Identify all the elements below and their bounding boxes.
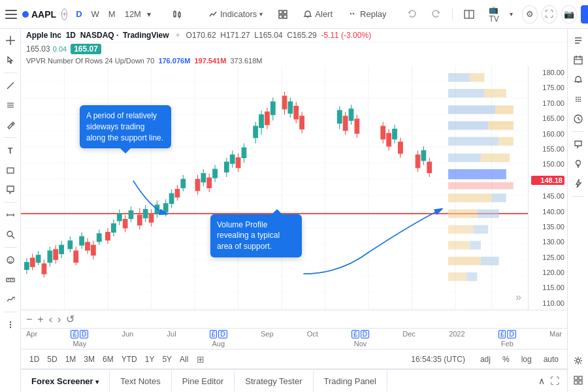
pct-option[interactable]: % [499, 353, 513, 365]
fullscreen-button[interactable]: ⛶ [542, 5, 557, 24]
idea-button[interactable] [569, 155, 587, 173]
svg-rect-127 [282, 96, 287, 109]
clock-icon [574, 114, 583, 123]
indicators-button[interactable]: Indicators ▾ [203, 7, 268, 22]
svg-rect-143 [381, 126, 385, 139]
chat-button[interactable] [569, 135, 587, 154]
more-icon [6, 320, 15, 329]
measure-tool[interactable] [1, 206, 20, 224]
more-tools[interactable] [1, 316, 20, 334]
date-mar: Mar [549, 330, 562, 338]
scroll-right-button[interactable]: › [57, 314, 61, 325]
replay-icon [348, 10, 357, 19]
tf-dropdown[interactable]: ▾ [147, 10, 151, 19]
svg-point-206 [576, 359, 580, 363]
zoom-out-button[interactable]: − [26, 314, 32, 325]
right-toolbar: 📺 TV ▾ ⚙ ⛶ 📷 Publish [402, 3, 588, 26]
emoji-tool[interactable] [1, 251, 20, 269]
price-level-120: 120.00 [531, 269, 564, 276]
fibonacci-tool[interactable] [1, 96, 20, 114]
zoom-in-button[interactable]: + [37, 314, 43, 325]
svg-rect-171 [492, 193, 506, 202]
pen-tool[interactable] [1, 116, 20, 134]
date-aug: £ D Aug [210, 330, 227, 348]
publish-button[interactable]: Publish [581, 5, 588, 24]
tf-all[interactable]: All [176, 353, 191, 365]
notifications-button[interactable] [569, 71, 587, 89]
svg-rect-113 [230, 155, 235, 163]
tf-d[interactable]: D [73, 8, 85, 20]
date-sep: Sep [261, 330, 274, 338]
tf-m[interactable]: M [105, 8, 119, 20]
replay-button[interactable]: Replay [343, 7, 391, 22]
scroll-left-button[interactable]: ‹ [49, 314, 52, 325]
svg-rect-177 [470, 241, 481, 250]
lightning-button[interactable] [569, 174, 587, 193]
tf-1d[interactable]: 1D [26, 353, 42, 365]
svg-rect-71 [86, 242, 90, 250]
svg-rect-166 [448, 154, 481, 162]
layout-button[interactable] [459, 7, 480, 22]
price-level-150: 150.00 [531, 160, 564, 168]
svg-rect-181 [466, 272, 478, 281]
ruler-tool[interactable] [1, 270, 20, 289]
scroll-right[interactable]: » [515, 291, 521, 303]
expand-panel-button[interactable]: ⛶ [550, 376, 559, 386]
tf-3m[interactable]: 3M [80, 353, 98, 365]
grid-small-button[interactable] [569, 371, 587, 389]
timeframe-settings[interactable]: ⊞ [197, 354, 204, 365]
collapse-panel-button[interactable]: ∧ [538, 376, 545, 386]
text-tool[interactable]: T [1, 141, 20, 159]
menu-icon[interactable] [5, 7, 17, 22]
svg-line-201 [578, 119, 580, 120]
tab-forex-screener[interactable]: Forex Screener ▾ [21, 371, 110, 391]
tab-pine-editor[interactable]: Pine Editor [172, 371, 235, 391]
chart-canvas[interactable]: 180.00 175.00 170.00 165.00 160.00 155.0… [21, 66, 567, 310]
tf-1m[interactable]: 1M [62, 353, 80, 365]
symbol-text[interactable]: AAPL [31, 9, 56, 20]
tf-12m[interactable]: 12M [122, 8, 144, 20]
tf-1y[interactable]: 1Y [142, 353, 158, 365]
svg-rect-69 [80, 237, 84, 245]
tab-strategy-tester[interactable]: Strategy Tester [235, 371, 313, 391]
tab-trading-panel[interactable]: Trading Panel [314, 371, 387, 391]
calendar-button[interactable] [569, 51, 587, 69]
templates-button[interactable] [273, 7, 293, 22]
shapes-tool[interactable] [1, 161, 20, 179]
tf-w[interactable]: W [88, 8, 103, 20]
keypad-button[interactable] [569, 90, 587, 108]
settings-gear-button[interactable] [569, 351, 587, 370]
tv-button[interactable]: 📺 TV ▾ [483, 3, 517, 26]
svg-rect-125 [270, 102, 275, 115]
svg-point-193 [576, 99, 577, 100]
screenshot-button[interactable]: 📷 [561, 5, 577, 24]
log-option[interactable]: log [518, 353, 535, 365]
tf-6m[interactable]: 6M [99, 353, 117, 365]
alert-button[interactable]: Alert [298, 7, 338, 22]
add-symbol-button[interactable]: + [61, 8, 67, 20]
svg-rect-85 [129, 211, 133, 219]
tf-5d[interactable]: 5D [44, 353, 60, 365]
undo-button[interactable] [402, 7, 422, 22]
tab-text-notes[interactable]: Text Notes [110, 371, 171, 391]
zoom-tool[interactable] [1, 225, 20, 244]
tf-5y[interactable]: 5Y [159, 353, 175, 365]
clock-button[interactable] [569, 110, 587, 128]
tf-ytd[interactable]: YTD [118, 353, 140, 365]
annotation-tool[interactable] [1, 180, 20, 199]
adj-option[interactable]: adj [477, 353, 494, 365]
watchlist-button[interactable] [569, 31, 587, 50]
auto-option[interactable]: auto [540, 353, 562, 365]
chart-type-button[interactable] [167, 7, 188, 22]
redo-button[interactable] [426, 7, 446, 22]
line-tool[interactable] [1, 76, 20, 95]
svg-rect-55 [36, 255, 41, 263]
forecast-tool[interactable] [1, 290, 20, 308]
pointer-tool[interactable] [1, 51, 20, 69]
settings-button[interactable]: ⚙ [522, 5, 538, 24]
symbol-badge[interactable]: AAPL [22, 9, 56, 20]
gear-icon [574, 356, 583, 365]
reset-zoom-button[interactable]: ↺ [66, 313, 74, 325]
pointer-icon [6, 56, 15, 65]
crosshair-tool[interactable] [1, 31, 20, 50]
